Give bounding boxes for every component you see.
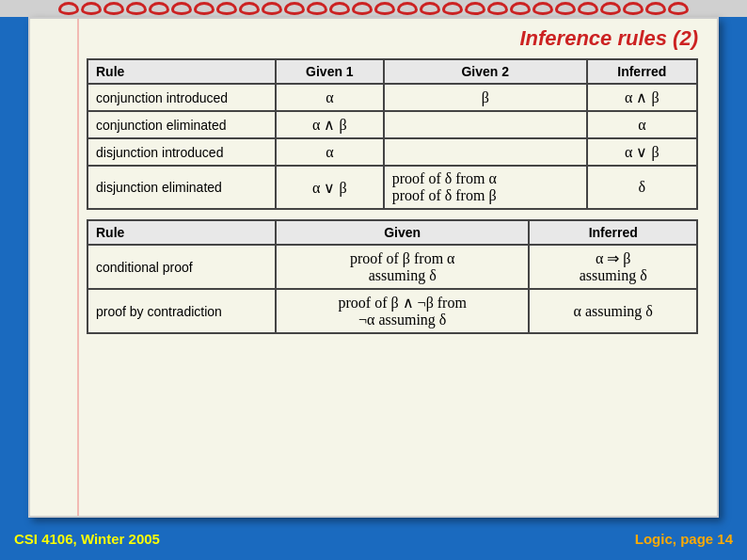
given-conditional-proof: proof of β from α assuming δ xyxy=(276,245,529,289)
col-header-given2: Given 2 xyxy=(384,59,587,84)
rule-proof-contradiction: proof by contradiction xyxy=(87,289,276,333)
col-header-rule-b: Rule xyxy=(87,220,276,245)
spiral-loop xyxy=(239,2,260,15)
given1-disjunction-elim: α ∨ β xyxy=(276,166,384,209)
rule-conjunction-intro: conjunction introduced xyxy=(87,84,276,111)
table-row: proof by contradiction proof of β ∧ ¬β f… xyxy=(87,289,697,333)
spiral-loop xyxy=(126,2,147,15)
col-header-inferred: Inferred xyxy=(587,59,697,84)
spiral-loop xyxy=(171,2,192,15)
spiral-binding xyxy=(0,0,747,17)
col-header-inferred-b: Inferred xyxy=(529,220,697,245)
footer-page: Logic, page 14 xyxy=(635,531,733,547)
table-row: disjunction eliminated α ∨ β proof of δ … xyxy=(87,166,697,209)
spiral-loop xyxy=(284,2,305,15)
spiral-loop xyxy=(374,2,395,15)
inferred-disjunction-intro: α ∨ β xyxy=(587,138,697,166)
given2-disjunction-elim: proof of δ from α proof of δ from β xyxy=(384,166,587,209)
inferred-proof-contradiction: α assuming δ xyxy=(529,289,697,333)
col-header-given-b: Given xyxy=(276,220,529,245)
spiral-loop xyxy=(103,2,124,15)
spiral-loop xyxy=(442,2,463,15)
spiral-loop xyxy=(510,2,531,15)
spiral-loop xyxy=(420,2,440,15)
spiral-loop xyxy=(307,2,327,15)
table-row: conjunction eliminated α ∧ β α xyxy=(87,111,697,138)
main-content: Rule Given 1 Given 2 Inferred conjunctio… xyxy=(30,55,717,351)
spiral-loop xyxy=(397,2,418,15)
given1-disjunction-intro: α xyxy=(276,138,384,166)
inferred-conjunction-intro: α ∧ β xyxy=(587,84,697,111)
spiral-loop xyxy=(58,2,79,15)
spiral-loop xyxy=(465,2,485,15)
given1-conjunction-elim: α ∧ β xyxy=(276,111,384,138)
inferred-conditional-proof: α ⇒ β assuming δ xyxy=(529,245,697,289)
spiral-loop xyxy=(81,2,102,15)
notebook-paper: Inference rules (2) Rule Given 1 Given 2… xyxy=(28,17,719,518)
spiral-loop xyxy=(555,2,576,15)
rule-conditional-proof: conditional proof xyxy=(87,245,276,289)
given1-conjunction-intro: α xyxy=(276,84,384,111)
page-title: Inference rules (2) xyxy=(30,19,717,55)
spiral-loop xyxy=(352,2,373,15)
table-row: conjunction introduced α β α ∧ β xyxy=(87,84,697,111)
given-proof-contradiction: proof of β ∧ ¬β from ¬α assuming δ xyxy=(276,289,529,333)
given2-disjunction-intro xyxy=(384,138,587,166)
spiral-loop xyxy=(329,2,350,15)
bottom-inference-table: Rule Given Inferred conditional proof pr… xyxy=(87,219,698,334)
given2-conjunction-intro: β xyxy=(384,84,587,111)
table-row: disjunction introduced α α ∨ β xyxy=(87,138,697,166)
spiral-loop xyxy=(262,2,282,15)
spiral-loop xyxy=(668,2,689,15)
spiral-loop xyxy=(194,2,215,15)
top-inference-table: Rule Given 1 Given 2 Inferred conjunctio… xyxy=(87,58,698,210)
spiral-loop xyxy=(532,2,553,15)
inferred-disjunction-elim: δ xyxy=(587,166,697,209)
spiral-loop xyxy=(149,2,169,15)
footer-course: CSI 4106, Winter 2005 xyxy=(14,531,160,547)
rule-conjunction-elim: conjunction eliminated xyxy=(87,111,276,138)
table-row: conditional proof proof of β from α assu… xyxy=(87,245,697,289)
spiral-loop xyxy=(600,2,621,15)
spiral-loop xyxy=(578,2,598,15)
col-header-rule: Rule xyxy=(87,59,276,84)
given2-conjunction-elim xyxy=(384,111,587,138)
spiral-loop xyxy=(487,2,508,15)
col-header-given1: Given 1 xyxy=(276,59,384,84)
spiral-loop xyxy=(623,2,644,15)
spiral-loop xyxy=(216,2,237,15)
inferred-conjunction-elim: α xyxy=(587,111,697,138)
spiral-loop xyxy=(645,2,666,15)
rule-disjunction-intro: disjunction introduced xyxy=(87,138,276,166)
margin-line xyxy=(77,19,79,516)
rule-disjunction-elim: disjunction eliminated xyxy=(87,166,276,209)
page-footer: CSI 4106, Winter 2005 Logic, page 14 xyxy=(0,518,747,560)
